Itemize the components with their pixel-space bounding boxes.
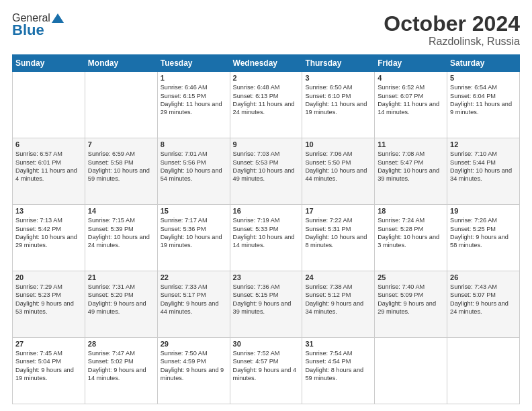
cell-info: Sunrise: 7:31 AMSunset: 5:20 PMDaylight:… — [88, 283, 154, 316]
day-number: 16 — [233, 207, 300, 215]
calendar-cell: 25Sunrise: 7:40 AMSunset: 5:09 PMDayligh… — [375, 271, 447, 338]
cell-info: Sunrise: 7:29 AMSunset: 5:23 PMDaylight:… — [15, 283, 82, 316]
cell-info: Sunrise: 7:01 AMSunset: 5:56 PMDaylight:… — [161, 150, 227, 183]
day-number: 9 — [233, 140, 300, 148]
day-number: 20 — [15, 273, 82, 281]
cell-info: Sunrise: 7:26 AMSunset: 5:25 PMDaylight:… — [450, 216, 517, 250]
calendar-cell: 4Sunrise: 6:52 AMSunset: 6:07 PMDaylight… — [375, 72, 447, 138]
calendar-cell: 6Sunrise: 6:57 AMSunset: 6:01 PMDaylight… — [13, 138, 85, 205]
day-number: 6 — [15, 140, 82, 148]
calendar-cell: 10Sunrise: 7:06 AMSunset: 5:50 PMDayligh… — [302, 138, 375, 205]
cell-info: Sunrise: 7:10 AMSunset: 5:44 PMDaylight:… — [450, 150, 517, 183]
calendar-table: SundayMondayTuesdayWednesdayThursdayFrid… — [12, 54, 520, 404]
day-number: 11 — [378, 140, 444, 148]
calendar-cell: 14Sunrise: 7:15 AMSunset: 5:39 PMDayligh… — [85, 205, 157, 271]
day-number: 12 — [450, 140, 517, 148]
cell-info: Sunrise: 7:50 AMSunset: 4:59 PMDaylight:… — [161, 349, 227, 383]
day-number: 28 — [88, 340, 154, 348]
calendar-cell: 13Sunrise: 7:13 AMSunset: 5:42 PMDayligh… — [13, 205, 85, 271]
cell-info: Sunrise: 6:48 AMSunset: 6:13 PMDaylight:… — [233, 83, 300, 117]
day-number: 26 — [450, 273, 517, 281]
cell-info: Sunrise: 6:59 AMSunset: 5:58 PMDaylight:… — [88, 150, 154, 183]
calendar-week-row: 1Sunrise: 6:46 AMSunset: 6:15 PMDaylight… — [13, 72, 520, 138]
cell-info: Sunrise: 7:15 AMSunset: 5:39 PMDaylight:… — [88, 216, 154, 250]
title-block: October 2024 Razdolinsk, Russia — [384, 12, 520, 48]
calendar-cell: 27Sunrise: 7:45 AMSunset: 5:04 PMDayligh… — [13, 338, 85, 404]
calendar-cell: 9Sunrise: 7:03 AMSunset: 5:53 PMDaylight… — [230, 138, 302, 205]
day-number: 27 — [15, 340, 82, 348]
calendar-cell — [13, 72, 85, 138]
day-number: 2 — [233, 74, 300, 82]
cell-info: Sunrise: 6:52 AMSunset: 6:07 PMDaylight:… — [378, 83, 444, 117]
day-number: 31 — [305, 340, 371, 348]
day-number: 10 — [305, 140, 371, 148]
svg-marker-0 — [52, 13, 64, 23]
calendar-cell: 3Sunrise: 6:50 AMSunset: 6:10 PMDaylight… — [302, 72, 375, 138]
calendar-cell: 1Sunrise: 6:46 AMSunset: 6:15 PMDaylight… — [157, 72, 230, 138]
day-of-week-header: Saturday — [447, 55, 520, 72]
day-number: 23 — [233, 273, 300, 281]
cell-info: Sunrise: 7:38 AMSunset: 5:12 PMDaylight:… — [305, 283, 371, 316]
logo-blue-text: Blue — [12, 21, 44, 39]
calendar-cell — [85, 72, 157, 138]
calendar-cell: 28Sunrise: 7:47 AMSunset: 5:02 PMDayligh… — [85, 338, 157, 404]
calendar-cell — [447, 338, 520, 404]
calendar-cell: 18Sunrise: 7:24 AMSunset: 5:28 PMDayligh… — [375, 205, 447, 271]
calendar-cell: 23Sunrise: 7:36 AMSunset: 5:15 PMDayligh… — [230, 271, 302, 338]
day-number: 19 — [450, 207, 517, 215]
day-number: 3 — [305, 74, 371, 82]
day-number: 14 — [88, 207, 154, 215]
day-number: 8 — [161, 140, 227, 148]
calendar-week-row: 6Sunrise: 6:57 AMSunset: 6:01 PMDaylight… — [13, 138, 520, 205]
logo-bird-icon — [52, 12, 64, 24]
calendar-cell: 7Sunrise: 6:59 AMSunset: 5:58 PMDaylight… — [85, 138, 157, 205]
header: General Blue October 2024 Razdolinsk, Ru… — [12, 12, 520, 48]
cell-info: Sunrise: 6:57 AMSunset: 6:01 PMDaylight:… — [15, 150, 82, 183]
calendar-cell: 26Sunrise: 7:43 AMSunset: 5:07 PMDayligh… — [447, 271, 520, 338]
calendar-cell: 29Sunrise: 7:50 AMSunset: 4:59 PMDayligh… — [157, 338, 230, 404]
day-number: 5 — [450, 74, 517, 82]
cell-info: Sunrise: 7:47 AMSunset: 5:02 PMDaylight:… — [88, 349, 154, 383]
logo: General Blue — [12, 12, 64, 39]
cell-info: Sunrise: 7:03 AMSunset: 5:53 PMDaylight:… — [233, 150, 300, 183]
day-of-week-header: Monday — [85, 55, 157, 72]
calendar-cell: 12Sunrise: 7:10 AMSunset: 5:44 PMDayligh… — [447, 138, 520, 205]
day-of-week-header: Friday — [375, 55, 447, 72]
cell-info: Sunrise: 6:54 AMSunset: 6:04 PMDaylight:… — [450, 83, 517, 117]
day-number: 24 — [305, 273, 371, 281]
day-number: 17 — [305, 207, 371, 215]
cell-info: Sunrise: 7:45 AMSunset: 5:04 PMDaylight:… — [15, 349, 82, 383]
day-number: 30 — [233, 340, 300, 348]
calendar-title: October 2024 — [384, 12, 520, 36]
calendar-week-row: 20Sunrise: 7:29 AMSunset: 5:23 PMDayligh… — [13, 271, 520, 338]
day-number: 4 — [378, 74, 444, 82]
day-of-week-header: Wednesday — [230, 55, 302, 72]
calendar-cell: 16Sunrise: 7:19 AMSunset: 5:33 PMDayligh… — [230, 205, 302, 271]
cell-info: Sunrise: 7:52 AMSunset: 4:57 PMDaylight:… — [233, 349, 300, 383]
cell-info: Sunrise: 7:33 AMSunset: 5:17 PMDaylight:… — [161, 283, 227, 316]
cell-info: Sunrise: 7:13 AMSunset: 5:42 PMDaylight:… — [15, 216, 82, 250]
calendar-week-row: 13Sunrise: 7:13 AMSunset: 5:42 PMDayligh… — [13, 205, 520, 271]
calendar-header-row: SundayMondayTuesdayWednesdayThursdayFrid… — [13, 55, 520, 72]
calendar-cell: 19Sunrise: 7:26 AMSunset: 5:25 PMDayligh… — [447, 205, 520, 271]
calendar-cell: 24Sunrise: 7:38 AMSunset: 5:12 PMDayligh… — [302, 271, 375, 338]
cell-info: Sunrise: 7:24 AMSunset: 5:28 PMDaylight:… — [378, 216, 444, 250]
day-number: 25 — [378, 273, 444, 281]
cell-info: Sunrise: 7:36 AMSunset: 5:15 PMDaylight:… — [233, 283, 300, 316]
cell-info: Sunrise: 7:40 AMSunset: 5:09 PMDaylight:… — [378, 283, 444, 316]
cell-info: Sunrise: 7:06 AMSunset: 5:50 PMDaylight:… — [305, 150, 371, 183]
day-number: 21 — [88, 273, 154, 281]
cell-info: Sunrise: 7:19 AMSunset: 5:33 PMDaylight:… — [233, 216, 300, 250]
cell-info: Sunrise: 7:22 AMSunset: 5:31 PMDaylight:… — [305, 216, 371, 250]
day-of-week-header: Sunday — [13, 55, 85, 72]
cell-info: Sunrise: 7:43 AMSunset: 5:07 PMDaylight:… — [450, 283, 517, 316]
calendar-cell: 11Sunrise: 7:08 AMSunset: 5:47 PMDayligh… — [375, 138, 447, 205]
calendar-cell: 30Sunrise: 7:52 AMSunset: 4:57 PMDayligh… — [230, 338, 302, 404]
calendar-cell: 15Sunrise: 7:17 AMSunset: 5:36 PMDayligh… — [157, 205, 230, 271]
calendar-subtitle: Razdolinsk, Russia — [384, 36, 520, 48]
page: General Blue October 2024 Razdolinsk, Ru… — [0, 0, 532, 411]
calendar-cell: 21Sunrise: 7:31 AMSunset: 5:20 PMDayligh… — [85, 271, 157, 338]
day-of-week-header: Tuesday — [157, 55, 230, 72]
day-number: 7 — [88, 140, 154, 148]
calendar-cell: 22Sunrise: 7:33 AMSunset: 5:17 PMDayligh… — [157, 271, 230, 338]
